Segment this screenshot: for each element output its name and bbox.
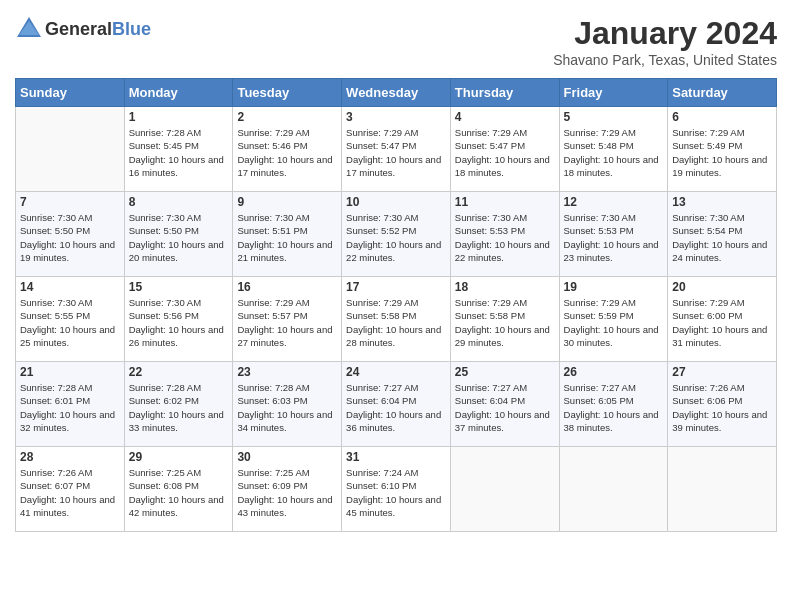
day-info: Sunrise: 7:29 AMSunset: 6:00 PMDaylight:… [672,296,772,349]
day-number: 19 [564,280,664,294]
calendar-day-cell: 6 Sunrise: 7:29 AMSunset: 5:49 PMDayligh… [668,107,777,192]
calendar-day-cell: 31 Sunrise: 7:24 AMSunset: 6:10 PMDaylig… [342,447,451,532]
day-number: 16 [237,280,337,294]
day-info: Sunrise: 7:29 AMSunset: 5:59 PMDaylight:… [564,296,664,349]
day-number: 9 [237,195,337,209]
day-info: Sunrise: 7:30 AMSunset: 5:50 PMDaylight:… [129,211,229,264]
calendar-day-cell [668,447,777,532]
day-info: Sunrise: 7:30 AMSunset: 5:53 PMDaylight:… [455,211,555,264]
day-number: 30 [237,450,337,464]
month-title: January 2024 [553,15,777,52]
day-number: 13 [672,195,772,209]
day-info: Sunrise: 7:30 AMSunset: 5:52 PMDaylight:… [346,211,446,264]
day-info: Sunrise: 7:28 AMSunset: 5:45 PMDaylight:… [129,126,229,179]
day-number: 26 [564,365,664,379]
day-number: 18 [455,280,555,294]
calendar-day-cell: 15 Sunrise: 7:30 AMSunset: 5:56 PMDaylig… [124,277,233,362]
day-number: 10 [346,195,446,209]
day-number: 3 [346,110,446,124]
calendar-day-cell [450,447,559,532]
calendar-day-cell: 12 Sunrise: 7:30 AMSunset: 5:53 PMDaylig… [559,192,668,277]
calendar-day-cell: 19 Sunrise: 7:29 AMSunset: 5:59 PMDaylig… [559,277,668,362]
day-info: Sunrise: 7:27 AMSunset: 6:04 PMDaylight:… [346,381,446,434]
header-day: Sunday [16,79,125,107]
day-info: Sunrise: 7:30 AMSunset: 5:54 PMDaylight:… [672,211,772,264]
day-number: 21 [20,365,120,379]
calendar-week-row: 14 Sunrise: 7:30 AMSunset: 5:55 PMDaylig… [16,277,777,362]
day-number: 6 [672,110,772,124]
day-info: Sunrise: 7:29 AMSunset: 5:57 PMDaylight:… [237,296,337,349]
day-info: Sunrise: 7:24 AMSunset: 6:10 PMDaylight:… [346,466,446,519]
day-number: 22 [129,365,229,379]
logo-icon [15,15,43,43]
day-info: Sunrise: 7:25 AMSunset: 6:08 PMDaylight:… [129,466,229,519]
calendar-day-cell: 8 Sunrise: 7:30 AMSunset: 5:50 PMDayligh… [124,192,233,277]
calendar-day-cell: 5 Sunrise: 7:29 AMSunset: 5:48 PMDayligh… [559,107,668,192]
calendar-day-cell: 21 Sunrise: 7:28 AMSunset: 6:01 PMDaylig… [16,362,125,447]
calendar-day-cell: 27 Sunrise: 7:26 AMSunset: 6:06 PMDaylig… [668,362,777,447]
day-number: 15 [129,280,229,294]
calendar-day-cell: 4 Sunrise: 7:29 AMSunset: 5:47 PMDayligh… [450,107,559,192]
day-info: Sunrise: 7:27 AMSunset: 6:05 PMDaylight:… [564,381,664,434]
svg-marker-1 [19,21,39,35]
day-number: 14 [20,280,120,294]
title-section: January 2024 Shavano Park, Texas, United… [553,15,777,68]
day-info: Sunrise: 7:27 AMSunset: 6:04 PMDaylight:… [455,381,555,434]
calendar-day-cell: 29 Sunrise: 7:25 AMSunset: 6:08 PMDaylig… [124,447,233,532]
day-info: Sunrise: 7:29 AMSunset: 5:46 PMDaylight:… [237,126,337,179]
calendar-week-row: 7 Sunrise: 7:30 AMSunset: 5:50 PMDayligh… [16,192,777,277]
day-number: 29 [129,450,229,464]
day-number: 31 [346,450,446,464]
calendar-day-cell: 13 Sunrise: 7:30 AMSunset: 5:54 PMDaylig… [668,192,777,277]
header-day: Wednesday [342,79,451,107]
header-day: Tuesday [233,79,342,107]
calendar-week-row: 21 Sunrise: 7:28 AMSunset: 6:01 PMDaylig… [16,362,777,447]
header-day: Monday [124,79,233,107]
day-info: Sunrise: 7:29 AMSunset: 5:48 PMDaylight:… [564,126,664,179]
calendar-day-cell: 1 Sunrise: 7:28 AMSunset: 5:45 PMDayligh… [124,107,233,192]
day-number: 11 [455,195,555,209]
calendar-day-cell: 16 Sunrise: 7:29 AMSunset: 5:57 PMDaylig… [233,277,342,362]
day-info: Sunrise: 7:26 AMSunset: 6:07 PMDaylight:… [20,466,120,519]
day-number: 4 [455,110,555,124]
calendar-table: SundayMondayTuesdayWednesdayThursdayFrid… [15,78,777,532]
day-number: 7 [20,195,120,209]
calendar-day-cell: 3 Sunrise: 7:29 AMSunset: 5:47 PMDayligh… [342,107,451,192]
day-number: 24 [346,365,446,379]
logo-text-blue: Blue [112,19,151,39]
day-number: 28 [20,450,120,464]
calendar-day-cell: 20 Sunrise: 7:29 AMSunset: 6:00 PMDaylig… [668,277,777,362]
day-number: 1 [129,110,229,124]
day-number: 2 [237,110,337,124]
header-row: SundayMondayTuesdayWednesdayThursdayFrid… [16,79,777,107]
logo: GeneralBlue [15,15,151,43]
calendar-day-cell: 28 Sunrise: 7:26 AMSunset: 6:07 PMDaylig… [16,447,125,532]
day-number: 12 [564,195,664,209]
day-number: 8 [129,195,229,209]
day-info: Sunrise: 7:28 AMSunset: 6:02 PMDaylight:… [129,381,229,434]
logo-text-general: General [45,19,112,39]
header-day: Friday [559,79,668,107]
calendar-week-row: 1 Sunrise: 7:28 AMSunset: 5:45 PMDayligh… [16,107,777,192]
calendar-day-cell: 14 Sunrise: 7:30 AMSunset: 5:55 PMDaylig… [16,277,125,362]
day-number: 27 [672,365,772,379]
day-number: 17 [346,280,446,294]
calendar-day-cell: 30 Sunrise: 7:25 AMSunset: 6:09 PMDaylig… [233,447,342,532]
day-info: Sunrise: 7:29 AMSunset: 5:47 PMDaylight:… [455,126,555,179]
calendar-day-cell: 2 Sunrise: 7:29 AMSunset: 5:46 PMDayligh… [233,107,342,192]
day-number: 5 [564,110,664,124]
calendar-day-cell [16,107,125,192]
calendar-day-cell: 18 Sunrise: 7:29 AMSunset: 5:58 PMDaylig… [450,277,559,362]
calendar-day-cell: 22 Sunrise: 7:28 AMSunset: 6:02 PMDaylig… [124,362,233,447]
calendar-day-cell [559,447,668,532]
calendar-week-row: 28 Sunrise: 7:26 AMSunset: 6:07 PMDaylig… [16,447,777,532]
calendar-day-cell: 23 Sunrise: 7:28 AMSunset: 6:03 PMDaylig… [233,362,342,447]
day-info: Sunrise: 7:29 AMSunset: 5:58 PMDaylight:… [346,296,446,349]
day-number: 25 [455,365,555,379]
calendar-day-cell: 17 Sunrise: 7:29 AMSunset: 5:58 PMDaylig… [342,277,451,362]
header-day: Saturday [668,79,777,107]
day-info: Sunrise: 7:29 AMSunset: 5:47 PMDaylight:… [346,126,446,179]
calendar-day-cell: 25 Sunrise: 7:27 AMSunset: 6:04 PMDaylig… [450,362,559,447]
day-info: Sunrise: 7:26 AMSunset: 6:06 PMDaylight:… [672,381,772,434]
day-info: Sunrise: 7:30 AMSunset: 5:50 PMDaylight:… [20,211,120,264]
